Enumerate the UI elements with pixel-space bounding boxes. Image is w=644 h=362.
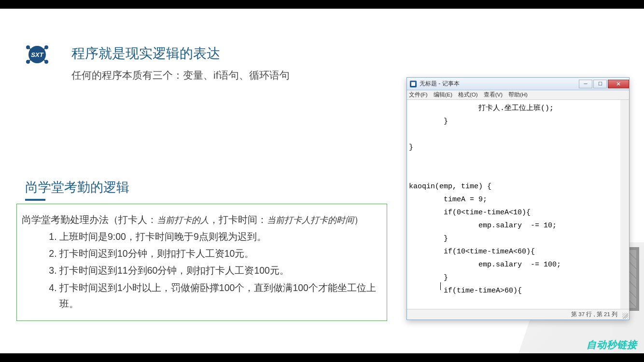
policy-intro: 尚学堂考勤处理办法（打卡人：当前打卡的人，打卡时间：当前打卡人打卡的时间） xyxy=(22,212,382,228)
policy-item: 打卡时间迟到1小时以上，罚做俯卧撑100个，直到做满100个才能坐工位上班。 xyxy=(59,280,382,312)
sxt-logo: SXT xyxy=(25,42,49,67)
intro-prefix: 尚学堂考勤处理办法（打卡人： xyxy=(22,214,157,225)
section-title: 尚学堂考勤的逻辑 xyxy=(25,179,129,196)
watermark: 自动秒链接 xyxy=(587,338,637,351)
menu-edit[interactable]: 编辑(E) xyxy=(434,91,452,98)
menu-view[interactable]: 查看(V) xyxy=(484,91,503,98)
policy-box: 尚学堂考勤处理办法（打卡人：当前打卡的人，打卡时间：当前打卡人打卡的时间） 上班… xyxy=(16,204,387,321)
section-underline xyxy=(25,199,45,201)
notepad-titlebar[interactable]: 无标题 - 记事本 ─ ☐ ✕ xyxy=(407,78,629,90)
notepad-menubar: 文件(F) 编辑(E) 格式(O) 查看(V) 帮助(H) xyxy=(407,90,629,100)
intro-mid: ，打卡时间： xyxy=(209,214,267,225)
menu-file[interactable]: 文件(F) xyxy=(409,91,428,98)
intro-suffix: ） xyxy=(354,214,364,225)
policy-item: 上班时间是9:00，打卡时间晚于9点则视为迟到。 xyxy=(59,229,382,245)
menu-help[interactable]: 帮助(H) xyxy=(508,91,528,98)
letterbox-top xyxy=(0,0,644,9)
minimize-button[interactable]: ─ xyxy=(579,80,592,88)
notepad-textarea[interactable]: 打卡人.坐工位上班(); } } kaoqin(emp, time) { tim… xyxy=(407,100,629,309)
text-caret xyxy=(440,282,441,290)
policy-item: 打卡时间迟到10分钟，则扣打卡人工资10元。 xyxy=(59,246,382,262)
slide: SXT 程序就是现实逻辑的表达 任何的程序本质有三个：变量、if语句、循环语句 … xyxy=(0,9,644,353)
intro-italic1: 当前打卡的人 xyxy=(157,215,209,225)
resize-grip-icon[interactable] xyxy=(622,313,628,319)
policy-item: 打卡时间迟到11分到60分钟，则扣打卡人工资100元。 xyxy=(59,263,382,278)
page-title: 程序就是现实逻辑的表达 xyxy=(71,44,220,63)
maximize-button[interactable]: ☐ xyxy=(593,80,607,88)
notepad-window: 无标题 - 记事本 ─ ☐ ✕ 文件(F) 编辑(E) 格式(O) 查看(V) … xyxy=(406,77,630,320)
logo-text: SXT xyxy=(31,51,43,58)
intro-italic2: 当前打卡人打卡的时间 xyxy=(267,215,354,225)
policy-list: 上班时间是9:00，打卡时间晚于9点则视为迟到。 打卡时间迟到10分钟，则扣打卡… xyxy=(22,229,382,312)
notepad-caption: 无标题 - 记事本 xyxy=(420,80,579,88)
notepad-statusbar: 第 37 行 , 第 21 列 xyxy=(407,309,629,320)
notepad-app-icon xyxy=(410,81,417,87)
menu-format[interactable]: 格式(O) xyxy=(458,91,478,98)
page-subtitle: 任何的程序本质有三个：变量、if语句、循环语句 xyxy=(71,69,290,82)
letterbox-bottom xyxy=(0,353,644,362)
cursor-position: 第 37 行 , 第 21 列 xyxy=(571,311,617,318)
close-button[interactable]: ✕ xyxy=(608,80,629,88)
